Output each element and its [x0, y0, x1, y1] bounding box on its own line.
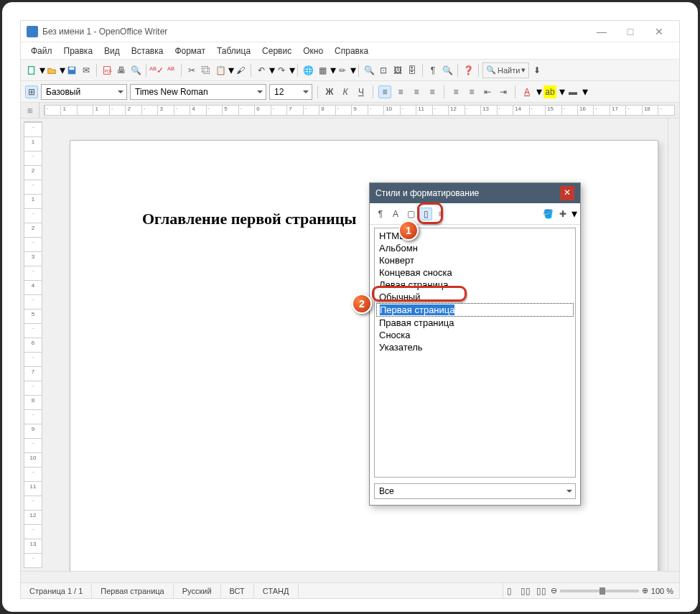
menu-table[interactable]: Таблица: [211, 45, 256, 57]
underline-button[interactable]: Ч: [355, 85, 368, 98]
number-list-icon[interactable]: ≡: [449, 85, 462, 98]
align-justify-icon[interactable]: ≡: [426, 85, 439, 98]
spellcheck-icon[interactable]: ᴬᴮ✓: [150, 64, 163, 77]
styles-list[interactable]: HTMLАльбомнКонвертКонцевая сноскаЛевая с…: [374, 228, 576, 478]
find-icon[interactable]: 🔍: [363, 64, 375, 77]
align-left-icon[interactable]: ≡: [378, 85, 391, 98]
format-paint-icon[interactable]: 🖌: [234, 64, 247, 77]
app-window: Без имени 1 - OpenOffice Writer — □ ✕ Фа…: [20, 20, 680, 599]
styles-window-icon[interactable]: ⊞: [25, 85, 38, 98]
menu-help[interactable]: Справка: [329, 45, 374, 57]
list-styles-icon[interactable]: ≡: [434, 208, 447, 220]
style-item[interactable]: Альбомн: [376, 242, 574, 254]
style-item[interactable]: Левая страница: [376, 279, 574, 291]
email-icon[interactable]: ✉: [80, 64, 93, 77]
style-item[interactable]: Указатель: [376, 341, 574, 353]
zoom-slider[interactable]: [560, 590, 639, 592]
callout-2-badge: 2: [352, 294, 372, 314]
menu-insert[interactable]: Вставка: [126, 45, 169, 57]
new-doc-icon[interactable]: [25, 64, 38, 77]
style-item[interactable]: Сноска: [376, 329, 574, 341]
status-sel-mode[interactable]: СТАНД: [254, 583, 299, 598]
cut-icon[interactable]: ✂: [185, 64, 198, 77]
font-name-combo[interactable]: Times New Roman: [130, 84, 266, 100]
document-heading[interactable]: Оглавление первой страницы: [142, 210, 357, 228]
page-styles-icon[interactable]: ▯: [419, 208, 432, 220]
gallery-icon[interactable]: 🖼: [391, 64, 404, 77]
font-color-icon[interactable]: A: [521, 85, 533, 98]
find-next-icon[interactable]: ⬇: [531, 64, 543, 77]
help-icon[interactable]: ❓: [462, 64, 475, 77]
window-title: Без имени 1 - OpenOffice Writer: [42, 27, 587, 37]
status-page-style[interactable]: Первая страница: [92, 583, 173, 598]
menubar: Файл Правка Вид Вставка Формат Таблица С…: [21, 42, 679, 60]
nonprint-icon[interactable]: ¶: [426, 64, 439, 77]
new-style-icon[interactable]: ✚: [556, 208, 569, 220]
dec-indent-icon[interactable]: ⇤: [481, 85, 494, 98]
menu-format[interactable]: Формат: [169, 45, 211, 57]
print-icon[interactable]: 🖶: [115, 64, 128, 77]
inc-indent-icon[interactable]: ⇥: [497, 85, 510, 98]
status-page[interactable]: Страница 1 / 1: [21, 583, 92, 598]
ruler-corner: ⊞: [21, 103, 39, 118]
italic-button[interactable]: К: [339, 85, 352, 98]
vertical-ruler[interactable]: ·1·2·1·2·3·4·5·6·7·8·9·10·11·12·13·: [24, 121, 42, 568]
preview-icon[interactable]: 🔍: [129, 64, 142, 77]
horizontal-ruler[interactable]: ·11·2·3·4·5·6·7·8·9·10·11·12·13·14·15·16…: [44, 105, 675, 116]
undo-icon[interactable]: ↶: [255, 64, 268, 77]
styles-dialog-close[interactable]: ✕: [560, 186, 574, 200]
maximize-button[interactable]: □: [616, 26, 645, 37]
style-item[interactable]: Концевая сноска: [376, 266, 574, 279]
menu-edit[interactable]: Правка: [58, 45, 99, 57]
navigator-icon[interactable]: ⊡: [377, 64, 390, 77]
status-insert-mode[interactable]: ВСТ: [221, 583, 254, 598]
frame-styles-icon[interactable]: ▢: [404, 208, 417, 220]
style-item[interactable]: Первая страница: [376, 303, 574, 317]
align-right-icon[interactable]: ≡: [410, 85, 423, 98]
vertical-scrollbar[interactable]: [668, 118, 679, 571]
menu-file[interactable]: Файл: [25, 45, 58, 57]
find-toolbar[interactable]: 🔍 Найти ▾: [482, 62, 529, 78]
fill-format-icon[interactable]: 🪣: [541, 208, 554, 220]
styles-dialog-titlebar[interactable]: Стили и форматирование ✕: [370, 183, 580, 203]
open-icon[interactable]: [45, 64, 58, 77]
menu-view[interactable]: Вид: [98, 45, 126, 57]
style-item[interactable]: Правая страница: [376, 317, 574, 329]
style-item[interactable]: Обычный: [376, 291, 574, 303]
status-extra: [299, 583, 503, 598]
datasources-icon[interactable]: 🗄: [406, 64, 419, 77]
bg-color-icon[interactable]: ▬: [566, 85, 579, 98]
minimize-button[interactable]: —: [587, 26, 616, 37]
close-button[interactable]: ✕: [645, 26, 673, 37]
menu-window[interactable]: Окно: [297, 45, 329, 57]
styles-filter-combo[interactable]: Все: [374, 483, 576, 499]
titlebar[interactable]: Без имени 1 - OpenOffice Writer — □ ✕: [21, 21, 679, 42]
paragraph-style-combo[interactable]: Базовый: [41, 84, 127, 100]
font-size-combo[interactable]: 12: [269, 84, 312, 100]
draw-icon[interactable]: ✏: [336, 64, 349, 77]
style-item[interactable]: Конверт: [376, 254, 574, 266]
app-icon: [27, 26, 38, 37]
view-single-icon[interactable]: ▯: [503, 585, 516, 597]
horizontal-scrollbar[interactable]: [21, 571, 679, 582]
copy-icon[interactable]: ⿻: [200, 64, 213, 77]
save-icon[interactable]: [65, 64, 78, 77]
highlight-icon[interactable]: ab: [543, 85, 556, 98]
character-styles-icon[interactable]: A: [389, 208, 402, 220]
bullet-list-icon[interactable]: ≡: [465, 85, 478, 98]
autospell-icon[interactable]: ᴬᴮ: [164, 64, 177, 77]
paste-icon[interactable]: 📋: [214, 64, 227, 77]
status-language[interactable]: Русский: [174, 583, 221, 598]
table-icon[interactable]: ▦: [316, 64, 329, 77]
hyperlink-icon[interactable]: 🌐: [302, 64, 314, 77]
menu-tools[interactable]: Сервис: [256, 45, 297, 57]
bold-button[interactable]: Ж: [323, 85, 336, 98]
zoom-value[interactable]: 100 %: [651, 587, 673, 595]
view-multi-icon[interactable]: ▯▯: [519, 585, 532, 597]
redo-icon[interactable]: ↷: [275, 64, 288, 77]
pdf-icon[interactable]: PDF: [101, 64, 113, 77]
view-book-icon[interactable]: ▯▯: [535, 585, 548, 597]
paragraph-styles-icon[interactable]: ¶: [374, 208, 387, 220]
zoom-icon[interactable]: 🔍: [441, 64, 454, 77]
align-center-icon[interactable]: ≡: [394, 85, 407, 98]
